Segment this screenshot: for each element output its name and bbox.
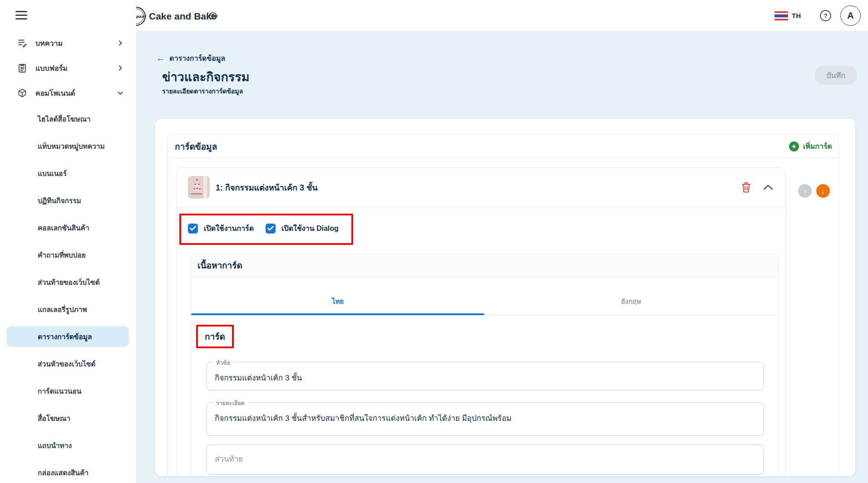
enable-card-checkbox[interactable] xyxy=(188,224,198,234)
sidebar-subitem[interactable]: ไฮไลต์สื่อโฆษณา xyxy=(0,108,136,129)
subitem-label: ไฮไลต์สื่อโฆษณา xyxy=(38,113,91,125)
subitem-label: กล่องแสดงสินค้า xyxy=(38,467,89,478)
subitem-label: การ์ดแนวนอน xyxy=(38,385,81,397)
sidebar-item-forms[interactable]: แบบฟอร์ม xyxy=(0,58,136,78)
cards-panel-title: การ์ดข้อมูล xyxy=(175,140,217,153)
subitem-label: ส่วนหัวของเว็บไซต์ xyxy=(38,358,95,370)
subitem-label: ส่วนท้ายของเว็บไซต์ xyxy=(38,277,99,288)
thai-flag-icon[interactable] xyxy=(774,11,788,20)
card-item: 1: กิจกรรมแต่งหน้าเค้ก 3 ชั้น xyxy=(177,167,786,476)
sidebar: บทความ แบบฟอร์ม คอมโพเนนต์ ไฮไลต์สื่อโฆษ… xyxy=(0,0,136,483)
footer-field[interactable] xyxy=(207,444,764,474)
cards-panel-body: ↑ ↓ xyxy=(168,158,838,476)
breadcrumb[interactable]: ← ตารางการ์ดข้อมูล xyxy=(156,53,225,64)
footer-field-input[interactable] xyxy=(207,445,764,474)
sidebar-subitem[interactable]: ปฏิทินกิจกรรม xyxy=(0,190,136,211)
tab-english[interactable]: อังกฤษ xyxy=(484,277,778,315)
annotation-box-card-label: การ์ด xyxy=(196,325,234,348)
description-field-label: รายละเอียด xyxy=(213,399,247,408)
page-subtitle: รายละเอียดตารางการ์ดข้อมูล xyxy=(162,86,243,96)
language-tabs: ไทย อังกฤษ xyxy=(191,277,778,315)
subitem-label: แท็บหมวดหมู่บทความ xyxy=(38,141,105,152)
group-label: การ์ด xyxy=(205,332,225,342)
sidebar-item-label: คอมโพเนนต์ xyxy=(35,88,75,99)
checkbox-check-icon xyxy=(267,226,274,231)
article-icon xyxy=(17,38,27,48)
sidebar-subitem[interactable]: การ์ดแนวนอน xyxy=(0,381,136,401)
description-field[interactable]: รายละเอียด กิจกรรมแต่งหน้าเค้ก 3 ชั้นสำห… xyxy=(207,402,764,436)
move-down-icon[interactable]: ↓ xyxy=(816,184,830,198)
enable-dialog-checkbox[interactable] xyxy=(266,224,276,234)
form-icon xyxy=(17,63,27,73)
title-field-value: กิจกรรมแต่งหน้าเค้ก 3 ชั้น xyxy=(207,362,764,393)
sidebar-subitem[interactable]: ส่วนท้ายของเว็บไซต์ xyxy=(0,272,136,293)
sidebar-subitem[interactable]: คำถามที่พบบ่อย xyxy=(0,244,136,265)
collapse-chevron-icon[interactable] xyxy=(762,183,774,191)
help-glyph: ? xyxy=(824,12,828,20)
card-content-title: เนื้อหาการ์ด xyxy=(197,259,242,272)
card-content-body: การ์ด หัวข้อ กิจกรรมแต่งหน้าเค้ก 3 ชั้น … xyxy=(191,315,778,476)
sidebar-subitem[interactable]: แถบนำทาง xyxy=(0,435,136,456)
card-content-panel: เนื้อหาการ์ด ไทย อังกฤษ การ์ด xyxy=(191,254,778,476)
subitem-label: แถบนำทาง xyxy=(38,440,72,451)
breadcrumb-label: ตารางการ์ดข้อมูล xyxy=(169,53,225,64)
subitem-label: สื่อโฆษณา xyxy=(38,413,70,424)
sidebar-item-label: แบบฟอร์ม xyxy=(35,63,68,74)
language-label[interactable]: TH xyxy=(792,12,801,20)
sidebar-subitem[interactable]: แบนเนอร์ xyxy=(0,163,136,184)
help-icon[interactable]: ? xyxy=(820,10,831,21)
move-up-icon[interactable]: ↑ xyxy=(798,184,812,198)
description-field-value: กิจกรรมแต่งหน้าเค้ก 3 ชั้นสำหรับสมาชิกที… xyxy=(207,403,764,433)
sidebar-subitem[interactable]: กล่องแสดงสินค้า xyxy=(0,462,136,483)
sidebar-subitem[interactable]: คอลเลกชันสินค้า xyxy=(0,217,136,238)
card-reorder-controls: ↑ ↓ xyxy=(798,184,830,198)
sidebar-subitem[interactable]: แกลเลอรี่รูปภาพ xyxy=(0,299,136,320)
add-card-label: เพิ่มการ์ด xyxy=(803,141,832,152)
card-item-header[interactable]: 1: กิจกรรมแต่งหน้าเค้ก 3 ชั้น xyxy=(177,168,785,207)
enable-card-label: เปิดใช้งานการ์ด xyxy=(204,223,254,234)
chevron-right-icon xyxy=(117,65,123,71)
title-field-label: หัวข้อ xyxy=(213,358,233,367)
eye-icon[interactable] xyxy=(208,12,218,21)
sidebar-item-components[interactable]: คอมโพเนนต์ xyxy=(0,83,136,103)
subitem-label: แกลเลอรี่รูปภาพ xyxy=(38,304,87,315)
chevron-right-icon xyxy=(117,40,123,46)
site-title: Cake and Bake xyxy=(149,11,217,22)
card-content-header: เนื้อหาการ์ด xyxy=(191,254,778,277)
main-content: ← ตารางการ์ดข้อมูล ข่าวและกิจกรรม รายละเ… xyxy=(136,31,868,483)
back-arrow-icon[interactable]: ← xyxy=(156,54,165,63)
sidebar-subitem-active[interactable]: ตารางการ์ดข้อมูล xyxy=(6,326,129,347)
subitem-label: คอลเลกชันสินค้า xyxy=(38,222,89,234)
page-title: ข่าวและกิจกรรม xyxy=(162,67,250,87)
hamburger-icon[interactable] xyxy=(15,11,27,20)
cards-panel: การ์ดข้อมูล + เพิ่มการ์ด ↑ ↓ xyxy=(167,134,839,476)
avatar-letter: A xyxy=(847,10,853,21)
sidebar-subitem[interactable]: แท็บหมวดหมู่บทความ xyxy=(0,136,136,156)
form-panel: การ์ดข้อมูล + เพิ่มการ์ด ↑ ↓ xyxy=(155,119,855,476)
enable-dialog-label: เปิดใช้งาน Dialog xyxy=(281,223,339,234)
subitem-label: คำถามที่พบบ่อย xyxy=(38,249,86,261)
card-toggles: เปิดใช้งานการ์ด เปิดใช้งาน Dialog xyxy=(177,207,785,254)
sidebar-item-articles[interactable]: บทความ xyxy=(0,33,136,53)
checkbox-check-icon xyxy=(190,226,196,231)
sidebar-subitem[interactable]: ส่วนหัวของเว็บไซต์ xyxy=(0,353,136,374)
add-card-button[interactable]: + เพิ่มการ์ด xyxy=(789,141,832,152)
trash-icon[interactable] xyxy=(740,181,752,194)
save-button[interactable]: บันทึก xyxy=(814,66,857,85)
tab-thai[interactable]: ไทย xyxy=(191,277,484,315)
subitem-label: ปฏิทินกิจกรรม xyxy=(38,195,81,206)
cards-panel-header: การ์ดข้อมูล + เพิ่มการ์ด xyxy=(168,135,838,158)
subitem-label: ตารางการ์ดข้อมูล xyxy=(38,331,92,342)
card-thumbnail xyxy=(188,176,210,199)
plus-circle-icon: + xyxy=(789,141,799,151)
app-window: Company Cake and Bake TH ? A บทความ xyxy=(0,0,868,483)
sidebar-subitem[interactable]: สื่อโฆษณา xyxy=(0,408,136,429)
chevron-down-icon xyxy=(117,90,123,96)
subitem-label: แบนเนอร์ xyxy=(38,168,67,179)
card-title: 1: กิจกรรมแต่งหน้าเค้ก 3 ชั้น xyxy=(216,181,318,194)
sidebar-item-label: บทความ xyxy=(35,38,63,49)
title-field[interactable]: หัวข้อ กิจกรรมแต่งหน้าเค้ก 3 ชั้น xyxy=(207,362,764,390)
avatar[interactable]: A xyxy=(840,5,861,26)
component-icon xyxy=(17,88,27,98)
